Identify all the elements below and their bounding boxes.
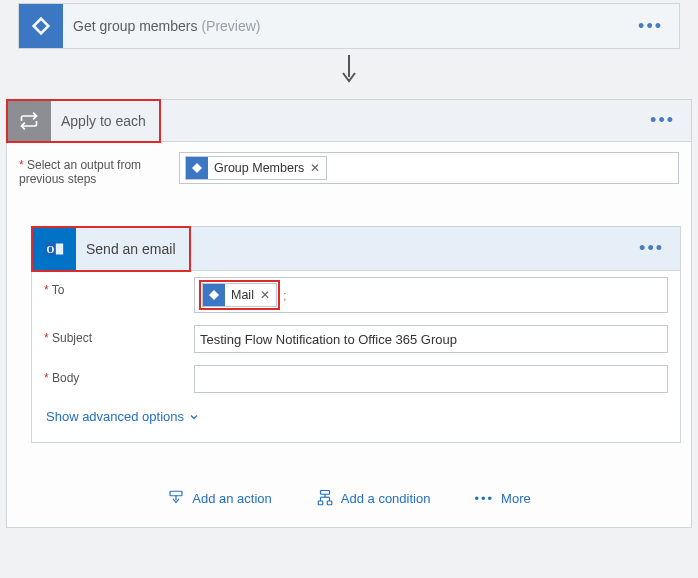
email-title: Send an email	[76, 241, 190, 257]
svg-rect-6	[320, 491, 329, 495]
to-row: * To Mail ✕ ;	[32, 271, 680, 319]
show-advanced-link[interactable]: Show advanced options	[32, 399, 680, 442]
apply-title: Apply to each	[51, 113, 160, 129]
send-email-header[interactable]: O Send an email •••	[32, 227, 680, 271]
svg-rect-4	[170, 491, 182, 496]
step-get-group-members[interactable]: Get group members (Preview) •••	[18, 3, 680, 49]
outlook-icon: O	[32, 227, 76, 271]
token-label: Group Members	[214, 161, 304, 175]
select-output-input[interactable]: Group Members ✕	[179, 152, 679, 184]
add-condition-button[interactable]: Add a condition	[316, 489, 431, 507]
step-title: Get group members (Preview)	[63, 18, 632, 34]
footer-actions: Add an action Add a condition ••• More	[7, 443, 691, 517]
flow-arrow-icon	[0, 49, 698, 99]
token-label: Mail	[231, 288, 254, 302]
add-action-button[interactable]: Add an action	[167, 489, 272, 507]
subject-input[interactable]	[194, 325, 668, 353]
svg-rect-12	[327, 501, 332, 505]
step-send-email: O Send an email ••• * To Mail	[31, 226, 681, 443]
add-condition-icon	[316, 489, 334, 507]
to-label: * To	[44, 277, 184, 297]
apply-menu-button[interactable]: •••	[644, 110, 681, 131]
azure-ad-icon	[203, 284, 225, 306]
azure-ad-icon	[186, 157, 208, 179]
step-menu-button[interactable]: •••	[632, 16, 669, 37]
select-output-row: * Select an output from previous steps G…	[7, 142, 691, 196]
token-mail[interactable]: Mail ✕	[202, 283, 277, 307]
svg-rect-11	[318, 501, 323, 505]
apply-to-each-container: Apply to each ••• * Select an output fro…	[6, 99, 692, 528]
select-output-label: * Select an output from previous steps	[19, 152, 169, 186]
apply-to-each-header[interactable]: Apply to each •••	[7, 100, 691, 142]
remove-token-icon[interactable]: ✕	[260, 288, 270, 302]
body-text[interactable]	[200, 372, 662, 387]
body-label: * Body	[44, 365, 184, 385]
more-button[interactable]: ••• More	[474, 489, 530, 507]
preview-label: (Preview)	[201, 18, 260, 34]
loop-icon	[7, 99, 51, 143]
add-action-icon	[167, 489, 185, 507]
chevron-down-icon	[188, 411, 200, 423]
subject-label: * Subject	[44, 325, 184, 345]
body-row: * Body	[32, 359, 680, 399]
remove-token-icon[interactable]: ✕	[310, 161, 320, 175]
ellipsis-icon: •••	[474, 491, 494, 506]
to-trailing-text: ;	[283, 288, 287, 303]
to-input[interactable]: Mail ✕ ;	[194, 277, 668, 313]
email-menu-button[interactable]: •••	[633, 238, 670, 259]
body-input[interactable]	[194, 365, 668, 393]
azure-ad-icon	[19, 4, 63, 48]
svg-text:O: O	[46, 243, 54, 254]
token-group-members[interactable]: Group Members ✕	[185, 156, 327, 180]
subject-text[interactable]	[200, 332, 662, 347]
subject-row: * Subject	[32, 319, 680, 359]
